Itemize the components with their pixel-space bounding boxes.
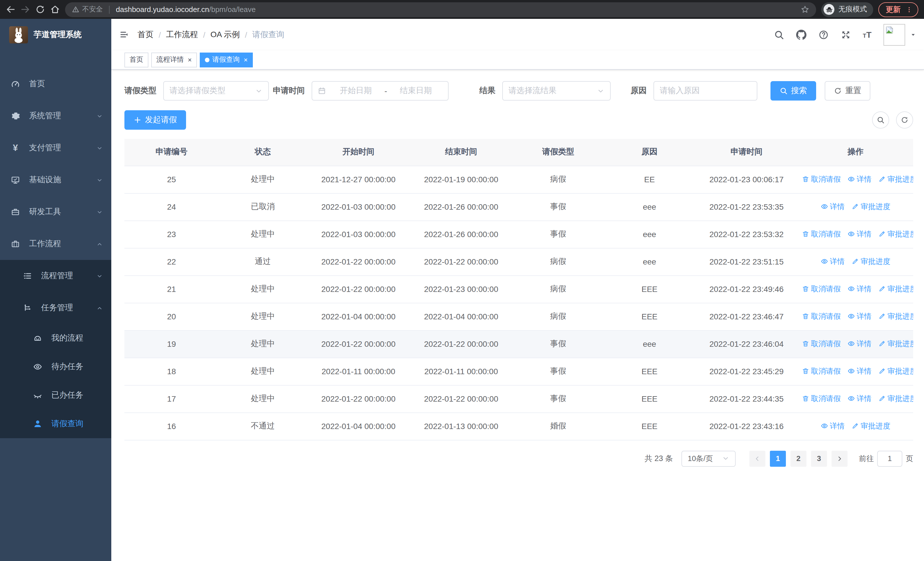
tag-请假查询[interactable]: 请假查询× [200, 52, 253, 67]
tag-流程详情[interactable]: 流程详情× [151, 52, 197, 67]
browser-chrome: 不安全 dashboard.yudao.iocoder.cn/bpm/oa/le… [0, 0, 924, 19]
table-row[interactable]: 18 处理中 2022-01-11 00:00:00 2022-01-11 00… [124, 358, 913, 385]
progress-action[interactable]: 审批进度 [878, 284, 913, 294]
progress-action[interactable]: 审批进度 [852, 257, 890, 267]
github-icon[interactable] [796, 29, 806, 40]
create-leave-label: 发起请假 [145, 115, 177, 125]
sidebar-item-infrastructure[interactable]: 基础设施 [0, 164, 111, 196]
progress-action[interactable]: 审批进度 [878, 394, 913, 404]
search-icon[interactable] [774, 29, 784, 40]
breadcrumb-item[interactable]: 工作流程 [166, 29, 198, 40]
detail-action[interactable]: 详情 [848, 284, 872, 294]
page-button-3[interactable]: 3 [811, 450, 827, 466]
browser-reload-icon[interactable] [35, 5, 45, 14]
table-row[interactable]: 20 处理中 2022-01-04 00:00:00 2022-01-04 00… [124, 303, 913, 330]
sidebar-item-my-process[interactable]: 我的流程 [0, 324, 111, 352]
cancel-action[interactable]: 取消请假 [802, 284, 841, 294]
detail-action[interactable]: 详情 [821, 202, 844, 212]
table-row[interactable]: 22 通过 2022-01-22 00:00:00 2022-01-22 00:… [124, 248, 913, 275]
fullscreen-icon[interactable] [840, 29, 850, 40]
cancel-action[interactable]: 取消请假 [802, 394, 841, 404]
detail-action[interactable]: 详情 [848, 366, 872, 376]
table-row[interactable]: 23 处理中 2022-01-03 00:00:00 2022-01-26 00… [124, 221, 913, 248]
page-size-select[interactable]: 10条/页 [681, 450, 736, 466]
result-select[interactable]: 请选择流结果 [502, 81, 610, 101]
sidebar-item-task-mgmt[interactable]: 任务管理 [0, 292, 111, 324]
table-row[interactable]: 19 处理中 2022-01-22 00:00:00 2022-01-22 00… [124, 330, 913, 358]
refresh-table-button[interactable] [896, 111, 913, 129]
table-row[interactable]: 16 不通过 2022-01-04 00:00:00 2022-01-13 00… [124, 412, 913, 440]
table-row[interactable]: 25 处理中 2021-12-27 00:00:00 2022-01-19 00… [124, 165, 913, 193]
sidebar-item-payment-mgmt[interactable]: ¥支付管理 [0, 132, 111, 164]
cancel-action[interactable]: 取消请假 [802, 311, 841, 322]
reset-button[interactable]: 重置 [825, 81, 870, 101]
reason-input[interactable]: 请输入原因 [654, 81, 758, 101]
detail-action[interactable]: 详情 [848, 339, 872, 349]
cancel-action[interactable]: 取消请假 [802, 366, 841, 376]
progress-action[interactable]: 审批进度 [852, 202, 890, 212]
page-button-2[interactable]: 2 [790, 450, 806, 466]
detail-action[interactable]: 详情 [848, 229, 872, 239]
table-row[interactable]: 21 处理中 2022-01-22 00:00:00 2022-01-23 00… [124, 275, 913, 303]
browser-home-icon[interactable] [50, 5, 60, 14]
browser-back-icon[interactable] [6, 5, 15, 14]
sidebar-item-system-mgmt[interactable]: 系统管理 [0, 100, 111, 132]
tag-首页[interactable]: 首页 [124, 52, 148, 67]
leave-type-select[interactable]: 请选择请假类型 [163, 81, 269, 101]
breadcrumb-item[interactable]: OA 示例 [211, 29, 240, 40]
avatar[interactable] [884, 24, 905, 45]
address-bar[interactable]: 不安全 dashboard.yudao.iocoder.cn/bpm/oa/le… [65, 2, 816, 17]
browser-forward-icon[interactable] [21, 5, 30, 14]
cell-type: 病假 [513, 303, 604, 330]
detail-action[interactable]: 详情 [848, 394, 872, 404]
end-date-placeholder[interactable]: 结束日期 [390, 86, 442, 96]
font-size-icon[interactable]: TT [862, 29, 872, 40]
help-icon[interactable] [818, 29, 828, 40]
prev-page-button[interactable] [749, 450, 765, 466]
table-row[interactable]: 17 处理中 2022-01-22 00:00:00 2022-01-22 00… [124, 385, 913, 412]
apply-time-range-input[interactable]: 开始日期 - 结束日期 [312, 81, 448, 101]
column-header: 申请时间 [695, 139, 798, 165]
breadcrumb-item[interactable]: 首页 [138, 29, 153, 40]
bookmark-star-icon[interactable] [801, 5, 809, 14]
logo-row[interactable]: 芋道管理系统 [0, 19, 111, 50]
start-date-placeholder[interactable]: 开始日期 [329, 86, 382, 96]
goto-page-input[interactable]: 1 [877, 450, 902, 466]
detail-action[interactable]: 详情 [848, 311, 872, 322]
next-page-button[interactable] [831, 450, 848, 466]
create-leave-button[interactable]: 发起请假 [124, 110, 186, 130]
sidebar-item-done-task[interactable]: 已办任务 [0, 381, 111, 410]
progress-action[interactable]: 审批进度 [852, 421, 890, 431]
close-icon[interactable]: × [188, 56, 192, 63]
browser-menu-icon[interactable] [906, 6, 913, 13]
search-button[interactable]: 搜索 [771, 81, 816, 101]
cancel-action[interactable]: 取消请假 [802, 174, 841, 185]
page-button-1[interactable]: 1 [770, 450, 786, 466]
sidebar-item-home[interactable]: 首页 [0, 68, 111, 100]
detail-action[interactable]: 详情 [848, 174, 872, 185]
progress-action[interactable]: 审批进度 [878, 174, 913, 185]
reason-placeholder: 请输入原因 [660, 86, 700, 96]
close-icon[interactable]: × [244, 56, 248, 63]
detail-action[interactable]: 详情 [821, 257, 844, 267]
hamburger-icon[interactable] [120, 30, 128, 39]
progress-action[interactable]: 审批进度 [878, 311, 913, 322]
detail-action[interactable]: 详情 [821, 421, 844, 431]
detail-action-label: 详情 [856, 174, 872, 185]
sidebar-item-workflow[interactable]: 工作流程 [0, 228, 111, 260]
incognito-badge: 无痕模式 [821, 2, 873, 17]
sidebar-item-leave-query[interactable]: 请假查询 [0, 410, 111, 438]
toggle-search-button[interactable] [872, 111, 889, 129]
sidebar-item-dev-tools[interactable]: 研发工具 [0, 196, 111, 228]
cancel-action[interactable]: 取消请假 [802, 339, 841, 349]
security-chip[interactable]: 不安全 [72, 5, 103, 14]
progress-action[interactable]: 审批进度 [878, 229, 913, 239]
table-row[interactable]: 24 已取消 2022-01-03 00:00:00 2022-01-26 00… [124, 193, 913, 221]
sidebar-item-todo-task[interactable]: 待办任务 [0, 352, 111, 381]
avatar-caret-icon[interactable] [910, 32, 916, 38]
browser-update-button[interactable]: 更新 [878, 2, 918, 17]
sidebar-item-process-mgmt[interactable]: 流程管理 [0, 260, 111, 292]
progress-action[interactable]: 审批进度 [878, 366, 913, 376]
progress-action[interactable]: 审批进度 [878, 339, 913, 349]
cancel-action[interactable]: 取消请假 [802, 229, 841, 239]
